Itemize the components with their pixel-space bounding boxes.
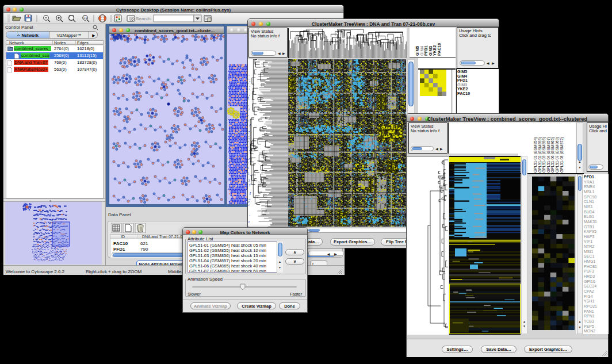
svg-text:1:1: 1:1 (83, 17, 87, 20)
svg-text:Search:: Search: (136, 16, 152, 21)
